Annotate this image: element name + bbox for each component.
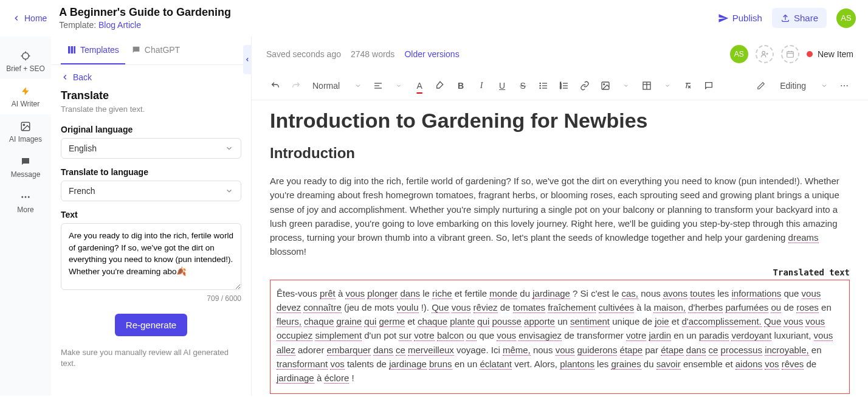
bold-button[interactable]: B — [452, 77, 470, 95]
svg-point-8 — [21, 196, 23, 198]
add-date-button[interactable] — [781, 45, 799, 63]
nav-ai-images[interactable]: AI Images — [0, 114, 51, 150]
back-link[interactable]: Back — [51, 65, 251, 89]
pencil-icon — [757, 81, 765, 90]
publish-button[interactable]: Publish — [718, 13, 762, 24]
message-icon — [20, 156, 31, 167]
image-icon — [20, 121, 31, 132]
svg-rect-12 — [71, 46, 73, 54]
svg-point-10 — [28, 196, 30, 198]
svg-point-41 — [841, 85, 842, 86]
text-color-button[interactable]: A — [410, 77, 429, 95]
chevron-down-icon — [225, 144, 233, 153]
table-button[interactable] — [638, 77, 656, 95]
text-label: Text — [61, 210, 241, 219]
list-bullet-icon — [539, 81, 548, 91]
svg-point-37 — [604, 84, 605, 85]
svg-point-43 — [847, 85, 848, 86]
nav-brief-seo[interactable]: Brief + SEO — [0, 44, 51, 79]
word-count: 2748 words — [351, 49, 394, 59]
align-left-icon — [373, 81, 383, 91]
original-language-label: Original language — [61, 125, 241, 134]
highlighter-icon — [435, 81, 445, 91]
redo-button[interactable] — [287, 77, 305, 95]
svg-rect-11 — [68, 46, 70, 54]
collapse-panel-button[interactable] — [243, 45, 252, 74]
upload-icon — [780, 13, 790, 23]
table-dropdown[interactable] — [658, 77, 677, 95]
align-dropdown[interactable] — [390, 77, 408, 95]
char-count: 709 / 6000 — [61, 294, 241, 303]
image-icon — [601, 81, 610, 91]
align-button[interactable] — [369, 77, 387, 95]
highlight-button[interactable] — [431, 77, 449, 95]
document-heading-1[interactable]: Introduction to Gardening for Newbies — [270, 109, 850, 133]
svg-point-25 — [540, 85, 540, 86]
chevron-left-icon — [61, 73, 69, 81]
editing-mode-select[interactable]: Editing — [752, 78, 833, 93]
image-button[interactable] — [596, 77, 615, 95]
save-status: Saved seconds ago — [266, 49, 341, 59]
chevron-left-icon — [12, 14, 21, 22]
svg-point-14 — [762, 51, 765, 54]
tool-title: Translate — [61, 89, 241, 102]
status-dot-icon — [807, 51, 813, 57]
regenerate-button[interactable]: Re-generate — [115, 314, 187, 336]
chevron-down-icon — [354, 82, 362, 89]
svg-point-42 — [844, 85, 845, 86]
svg-point-26 — [540, 88, 540, 88]
nav-message[interactable]: Message — [0, 150, 51, 185]
strikethrough-button[interactable]: S — [514, 77, 532, 95]
templates-icon — [67, 45, 77, 55]
comment-icon — [704, 81, 714, 91]
translated-text-label: Translated text — [270, 268, 850, 277]
tab-templates[interactable]: Templates — [61, 36, 125, 64]
italic-button[interactable]: I — [472, 77, 491, 95]
original-language-select[interactable]: English — [61, 138, 241, 159]
collaborator-avatar[interactable]: AS — [730, 45, 748, 63]
paragraph-style-select[interactable]: Normal — [308, 78, 367, 93]
send-icon — [718, 13, 729, 24]
bullet-list-button[interactable] — [534, 77, 553, 95]
more-options-button[interactable] — [835, 77, 853, 95]
new-item-status[interactable]: New Item — [807, 49, 853, 59]
review-warning: Make sure you manually review all AI gen… — [61, 347, 241, 369]
nav-more[interactable]: More — [0, 185, 51, 220]
intro-paragraph[interactable]: Are you ready to dig into the rich, fert… — [270, 174, 850, 259]
translated-text-box[interactable]: Êtes-vous prêt à vous plonger dans le ri… — [270, 280, 850, 395]
table-icon — [642, 81, 652, 91]
template-link[interactable]: Blog Article — [98, 20, 141, 30]
comment-button[interactable] — [700, 77, 718, 95]
svg-rect-17 — [787, 52, 794, 57]
target-language-label: Translate to language — [61, 167, 241, 177]
link-icon — [580, 81, 590, 91]
svg-point-7 — [23, 124, 24, 125]
underline-button[interactable]: U — [493, 77, 511, 95]
add-collaborator-button[interactable] — [756, 45, 774, 63]
bolt-icon — [21, 86, 30, 96]
chat-icon — [131, 45, 141, 55]
share-button[interactable]: Share — [772, 8, 827, 28]
chevron-down-icon — [623, 83, 629, 89]
tab-chatgpt[interactable]: ChatGPT — [125, 36, 186, 64]
translate-text-input[interactable] — [61, 223, 241, 290]
older-versions-link[interactable]: Older versions — [404, 49, 459, 59]
chevron-down-icon — [396, 83, 402, 89]
nav-ai-writer[interactable]: AI Writer — [0, 79, 51, 114]
undo-icon — [270, 81, 280, 91]
svg-point-1 — [22, 53, 29, 60]
user-avatar[interactable]: AS — [836, 9, 856, 28]
target-icon — [20, 50, 31, 61]
image-dropdown[interactable] — [617, 77, 635, 95]
svg-rect-13 — [74, 46, 75, 54]
numbered-list-button[interactable]: 123 — [555, 77, 573, 95]
undo-button[interactable] — [266, 77, 284, 95]
home-link[interactable]: Home — [12, 13, 47, 23]
target-language-select[interactable]: French — [61, 181, 241, 201]
document-heading-2[interactable]: Introduction — [270, 145, 850, 162]
link-button[interactable] — [576, 77, 594, 95]
doc-title: A Beginner's Guide to Gardening — [59, 6, 717, 19]
chevron-down-icon — [664, 83, 670, 89]
svg-point-24 — [540, 83, 540, 83]
clear-format-button[interactable] — [679, 77, 697, 95]
